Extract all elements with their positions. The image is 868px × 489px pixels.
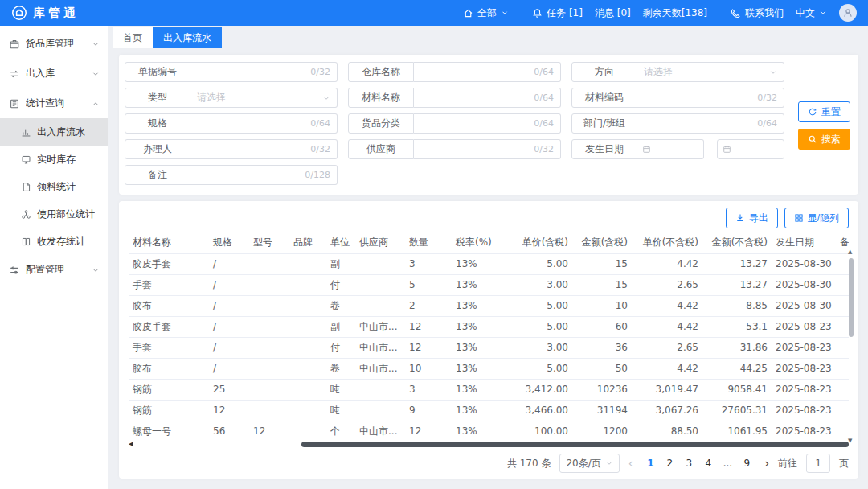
vertical-scroll-thumb[interactable] bbox=[849, 258, 854, 337]
export-button[interactable]: 导出 bbox=[726, 208, 778, 228]
table-cell: 3,067.26 bbox=[632, 400, 702, 421]
horizontal-scrollbar[interactable]: ◀ bbox=[129, 442, 849, 448]
table-row[interactable]: 手套/付513%3.00152.6513.272025-08-30 bbox=[129, 274, 849, 295]
table-cell: 2.65 bbox=[632, 337, 702, 358]
sidebar-item-goods-management[interactable]: 货品库管理 bbox=[0, 29, 108, 59]
days-remaining-label: 剩余天数[138] bbox=[643, 6, 707, 20]
table-cell: 31194 bbox=[572, 400, 632, 421]
table-row[interactable]: 胶皮手套/副中山市...1213%5.00604.4253.12025-08-2… bbox=[129, 316, 849, 337]
filter-field-occur-date: 发生日期 - bbox=[571, 139, 784, 159]
field-label: 仓库名称 bbox=[348, 62, 414, 82]
date-start-input[interactable] bbox=[637, 139, 704, 159]
goto-page-input[interactable]: 1 bbox=[806, 454, 830, 473]
table-cell: 5.00 bbox=[506, 295, 572, 316]
page-ellipsis[interactable]: ... bbox=[719, 458, 736, 469]
table-cell: 2025-08-23 bbox=[772, 358, 836, 379]
filter-field-spec: 规格 0/64 bbox=[125, 113, 338, 134]
table-row[interactable]: 钢筋25吨313%3,412.00102363,019.479058.41202… bbox=[129, 379, 849, 400]
chevron-down-icon bbox=[92, 266, 100, 274]
page-number-button[interactable]: 3 bbox=[680, 458, 698, 469]
tasks-link[interactable]: 任务 [1] bbox=[532, 6, 583, 20]
table-cell: 44.25 bbox=[702, 358, 772, 379]
spec-input[interactable]: 0/64 bbox=[190, 113, 338, 134]
field-label: 办理人 bbox=[125, 139, 190, 159]
table-cell: 个 bbox=[326, 421, 355, 441]
next-page-button[interactable]: › bbox=[764, 458, 769, 469]
sidebar-item-label: 实时库存 bbox=[37, 153, 76, 166]
home-icon bbox=[463, 8, 473, 18]
sidebar-item-label: 配置管理 bbox=[26, 263, 64, 277]
table-row[interactable]: 胶布/卷213%5.00104.428.852025-08-30 bbox=[129, 295, 849, 316]
scroll-up-arrow-icon[interactable]: ▲ bbox=[848, 249, 852, 255]
reset-button[interactable]: 重置 bbox=[798, 101, 850, 122]
table-cell: 4.42 bbox=[632, 253, 702, 274]
scroll-left-arrow-icon[interactable]: ◀ bbox=[129, 441, 133, 447]
table-cell: 2025-08-30 bbox=[772, 295, 836, 316]
table-cell bbox=[355, 400, 405, 421]
app-title: 库管通 bbox=[33, 6, 79, 21]
table-cell: 2 bbox=[405, 295, 452, 316]
sidebar-item-material-stats[interactable]: 领料统计 bbox=[0, 173, 108, 200]
order-no-input[interactable]: 0/32 bbox=[190, 62, 338, 82]
messages-label: 消息 [0] bbox=[595, 6, 631, 20]
column-header: 数量 bbox=[405, 232, 452, 253]
filter-card: 单据编号 0/32 仓库名称 0/64 方向 请选择 bbox=[119, 55, 858, 195]
filter-field-goods-category: 货品分类 0/64 bbox=[348, 113, 561, 134]
user-icon bbox=[842, 7, 854, 18]
table-cell: 2.65 bbox=[632, 274, 702, 295]
table-row[interactable]: 胶布/卷中山市...1013%5.00504.4244.252025-08-23 bbox=[129, 358, 849, 379]
table-row[interactable]: 胶皮手套/副313%5.00154.4213.272025-08-30 bbox=[129, 253, 849, 274]
page-number-button[interactable]: 4 bbox=[699, 458, 717, 469]
language-selector[interactable]: 中文 bbox=[796, 6, 827, 20]
table-cell: 13% bbox=[452, 295, 506, 316]
page-number-button[interactable]: 2 bbox=[661, 458, 678, 469]
vertical-scrollbar[interactable]: ▲ ▼ bbox=[847, 253, 855, 440]
sidebar-item-usage-location-stats[interactable]: 使用部位统计 bbox=[0, 200, 108, 228]
scope-selector[interactable]: 全部 bbox=[463, 6, 509, 20]
filter-field-remark: 备注 0/128 bbox=[125, 165, 338, 185]
page-number-button[interactable]: 9 bbox=[738, 458, 755, 469]
column-header: 金额(不含税) bbox=[702, 232, 772, 253]
scroll-down-arrow-icon[interactable]: ▼ bbox=[848, 438, 852, 444]
field-label: 供应商 bbox=[348, 139, 414, 159]
messages-link[interactable]: 消息 [0] bbox=[595, 6, 631, 20]
sidebar-item-config[interactable]: 配置管理 bbox=[0, 255, 108, 285]
prev-page-button[interactable]: ‹ bbox=[628, 458, 633, 469]
table-row[interactable]: 钢筋12吨913%3,466.00311943,067.2627605.3120… bbox=[129, 400, 849, 421]
direction-select[interactable]: 请选择 bbox=[637, 62, 784, 82]
handler-input[interactable]: 0/32 bbox=[190, 139, 338, 159]
sidebar-item-statistics[interactable]: 统计查询 bbox=[0, 88, 108, 118]
sidebar-item-realtime-stock[interactable]: 实时库存 bbox=[0, 146, 108, 173]
page-number-button[interactable]: 1 bbox=[641, 458, 659, 469]
filter-grid: 单据编号 0/32 仓库名称 0/64 方向 请选择 bbox=[125, 62, 789, 185]
warehouse-name-input[interactable]: 0/64 bbox=[414, 62, 561, 82]
material-name-input[interactable]: 0/64 bbox=[414, 88, 561, 108]
transfer-icon bbox=[9, 68, 20, 80]
reset-label: 重置 bbox=[821, 105, 841, 119]
search-button[interactable]: 搜索 bbox=[798, 129, 850, 150]
table-row[interactable]: 手套/付中山市...1213%3.00362.6531.862025-08-23 bbox=[129, 337, 849, 358]
department-input[interactable]: 0/64 bbox=[637, 113, 784, 134]
tab-home[interactable]: 首页 bbox=[113, 27, 153, 48]
sidebar-item-receive-dispatch-stats[interactable]: 收发存统计 bbox=[0, 228, 108, 255]
date-end-input[interactable] bbox=[717, 139, 784, 159]
material-code-input[interactable]: 0/32 bbox=[637, 88, 784, 108]
remark-input[interactable]: 0/128 bbox=[190, 165, 338, 185]
table-cell: 13% bbox=[452, 316, 506, 337]
avatar[interactable] bbox=[839, 4, 857, 22]
toggle-columns-button[interactable]: 显/隐列 bbox=[784, 208, 849, 228]
toggle-columns-label: 显/隐列 bbox=[808, 212, 839, 225]
contact-link[interactable]: 联系我们 bbox=[731, 6, 784, 20]
supplier-input[interactable]: 0/32 bbox=[414, 139, 561, 159]
type-select[interactable]: 请选择 bbox=[190, 88, 338, 108]
table-cell: 3.00 bbox=[506, 337, 572, 358]
table-cell: 27605.31 bbox=[702, 400, 772, 421]
page-size-select[interactable]: 20条/页 bbox=[559, 454, 619, 473]
sidebar-item-in-out[interactable]: 出入库 bbox=[0, 59, 108, 88]
table-cell: 4.42 bbox=[632, 295, 702, 316]
tab-inout-flow[interactable]: 出入库流水 bbox=[153, 27, 222, 48]
table-row[interactable]: 螺母一号5612个中山市...1213%100.00120088.501061.… bbox=[129, 421, 849, 441]
sidebar-item-inout-flow[interactable]: 出入库流水 bbox=[0, 118, 108, 146]
horizontal-scroll-thumb[interactable] bbox=[301, 442, 849, 447]
goods-category-input[interactable]: 0/64 bbox=[414, 113, 561, 134]
